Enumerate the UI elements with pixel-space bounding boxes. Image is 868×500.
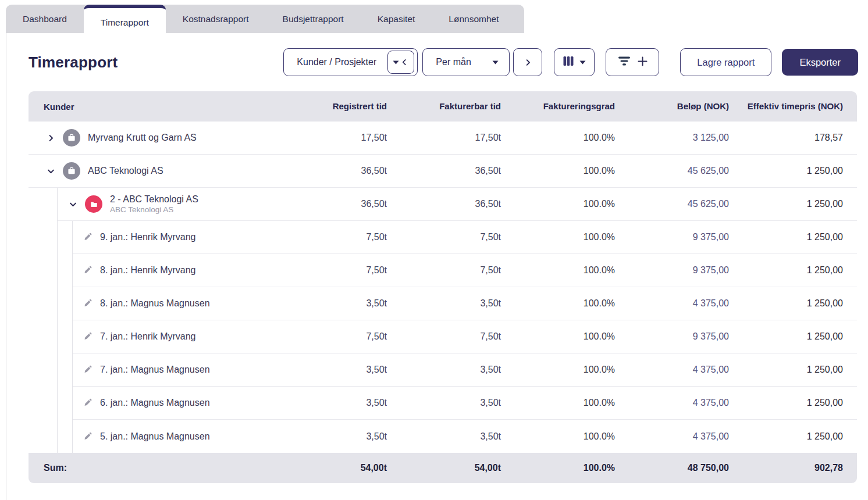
table-row[interactable]: 2 - ABC Teknologi AS ABC Teknologi AS 36… — [58, 188, 857, 221]
customer-name: ABC Teknologi AS — [88, 166, 163, 176]
save-report-label: Lagre rapport — [697, 57, 755, 68]
entry-label: 7. jan.: Magnus Magnusen — [100, 365, 210, 375]
entry-label: 8. jan.: Henrik Myrvang — [100, 265, 196, 276]
tab-budsjettrapport[interactable]: Budsjettrapport — [266, 5, 361, 33]
cell-registrert: 36,50t — [273, 166, 387, 176]
next-period-button[interactable] — [513, 48, 542, 76]
tab-bar: Dashboard Timerapport Kostnadsrapport Bu… — [6, 5, 524, 33]
tab-kostnadsrapport[interactable]: Kostnadsrapport — [166, 5, 266, 33]
cell-fakturerbar: 3,50t — [387, 298, 501, 309]
cell-fakturerbar: 3,50t — [387, 398, 501, 408]
cell-registrert: 3,50t — [273, 365, 387, 375]
column-header-effektiv-timepris: Effektiv timepris (NOK) — [729, 101, 857, 112]
cell-timepris: 1 250,00 — [729, 398, 857, 408]
cell-grad: 100.0% — [501, 265, 615, 276]
pencil-icon[interactable] — [81, 332, 95, 341]
table-row[interactable]: Myrvang Krutt og Garn AS 17,50t 17,50t 1… — [29, 122, 857, 155]
cell-fakturerbar: 7,50t — [387, 232, 501, 242]
columns-button[interactable] — [554, 48, 595, 76]
tab-lonnsomhet[interactable]: Lønnsomhet — [432, 5, 515, 33]
cell-registrert: 7,50t — [273, 232, 387, 242]
cell-grad: 100.0% — [501, 133, 615, 143]
cell-timepris: 1 250,00 — [729, 431, 857, 442]
customer-avatar — [63, 162, 80, 180]
chevron-left-icon — [400, 58, 409, 66]
tab-timerapport[interactable]: Timerapport — [84, 5, 166, 37]
cell-fakturerbar: 3,50t — [387, 431, 501, 442]
entry-label: 5. jan.: Magnus Magnusen — [100, 431, 210, 442]
column-header-registrert-tid: Registrert tid — [273, 101, 387, 112]
cell-grad: 100.0% — [501, 232, 615, 242]
cell-timepris: 178,57 — [729, 133, 857, 143]
pencil-icon[interactable] — [81, 266, 95, 275]
table-row[interactable]: 8. jan.: Henrik Myrvang 7,50t 7,50t 100.… — [73, 254, 857, 287]
period-select-value: Per mån — [436, 57, 471, 67]
page-title: Timerapport — [29, 53, 118, 72]
cell-registrert: 7,50t — [273, 265, 387, 276]
briefcase-icon — [67, 166, 76, 176]
tab-kapasitet[interactable]: Kapasitet — [361, 5, 432, 33]
cell-belop: 4 375,00 — [615, 365, 729, 375]
cell-grad: 100.0% — [501, 431, 615, 442]
table-row[interactable]: ABC Teknologi AS 36,50t 36,50t 100.0% 45… — [29, 155, 857, 188]
customer-name: Myrvang Krutt og Garn AS — [88, 133, 197, 143]
project-subtitle: ABC Teknologi AS — [110, 205, 198, 215]
cell-fakturerbar: 17,50t — [387, 133, 501, 143]
collapse-chevron-down-icon[interactable] — [65, 200, 80, 209]
collapse-chevron-down-icon[interactable] — [43, 167, 58, 176]
column-header-faktureringsgrad: Faktureringsgrad — [501, 101, 615, 112]
table-row[interactable]: 7. jan.: Magnus Magnusen 3,50t 3,50t 100… — [73, 353, 857, 387]
table-row[interactable]: 8. jan.: Magnus Magnusen 3,50t 3,50t 100… — [73, 287, 857, 320]
cell-registrert: 3,50t — [273, 431, 387, 442]
save-report-button[interactable]: Lagre rapport — [680, 48, 771, 76]
cell-timepris: 1 250,00 — [729, 298, 857, 309]
project-avatar — [85, 195, 102, 213]
cell-grad: 100.0% — [501, 166, 615, 176]
export-button[interactable]: Eksporter — [782, 49, 858, 76]
cell-grad: 100.0% — [501, 331, 615, 342]
cell-belop: 45 625,00 — [615, 166, 729, 176]
cell-belop: 9 375,00 — [615, 265, 729, 276]
briefcase-icon — [67, 133, 76, 142]
cell-belop: 9 375,00 — [615, 232, 729, 242]
sum-registrert: 54,00t — [273, 463, 387, 473]
add-filter-button[interactable] — [606, 48, 659, 76]
cell-belop: 4 375,00 — [615, 298, 729, 309]
folder-icon — [90, 200, 98, 209]
columns-icon — [563, 55, 574, 69]
table-row[interactable]: 5. jan.: Magnus Magnusen 3,50t 3,50t 100… — [73, 420, 857, 453]
project-name: 2 - ABC Teknologi AS — [110, 194, 198, 205]
cell-registrert: 3,50t — [273, 398, 387, 408]
sum-fakturerbar: 54,00t — [387, 463, 501, 473]
chevron-down-icon — [492, 60, 499, 65]
tab-dashboard[interactable]: Dashboard — [6, 5, 84, 33]
filter-icon — [618, 56, 631, 69]
chevron-down-icon — [393, 60, 399, 65]
pencil-icon[interactable] — [81, 398, 95, 408]
expand-chevron-right-icon[interactable] — [43, 134, 58, 142]
toolbar: Kunder / Prosjekter Per mån — [283, 48, 858, 76]
sum-grad: 100.0% — [501, 463, 615, 473]
previous-period-button[interactable] — [387, 51, 414, 74]
sum-row: Sum: 54,00t 54,00t 100.0% 48 750,00 902,… — [29, 453, 857, 483]
cell-registrert: 7,50t — [273, 331, 387, 342]
cell-timepris: 1 250,00 — [729, 199, 857, 209]
topbar: Timerapport Kunder / Prosjekter Per mån — [29, 48, 858, 76]
pencil-icon[interactable] — [81, 299, 95, 308]
grouping-select[interactable]: Kunder / Prosjekter — [283, 48, 418, 76]
period-select[interactable]: Per mån — [422, 48, 510, 76]
table-row[interactable]: 7. jan.: Henrik Myrvang 7,50t 7,50t 100.… — [73, 320, 857, 353]
pencil-icon[interactable] — [81, 365, 95, 374]
sum-timepris: 902,78 — [729, 463, 857, 473]
pencil-icon[interactable] — [81, 233, 95, 242]
plus-icon — [638, 56, 648, 69]
chevron-down-icon — [579, 60, 586, 65]
cell-timepris: 1 250,00 — [729, 265, 857, 276]
cell-timepris: 1 250,00 — [729, 331, 857, 342]
cell-belop: 3 125,00 — [615, 133, 729, 143]
report-table: Kunder Registrert tid Fakturerbar tid Fa… — [29, 91, 857, 483]
table-row[interactable]: 6. jan.: Magnus Magnusen 3,50t 3,50t 100… — [73, 387, 857, 420]
chevron-right-icon — [520, 58, 535, 67]
pencil-icon[interactable] — [81, 432, 95, 441]
table-row[interactable]: 9. jan.: Henrik Myrvang 7,50t 7,50t 100.… — [73, 221, 857, 254]
